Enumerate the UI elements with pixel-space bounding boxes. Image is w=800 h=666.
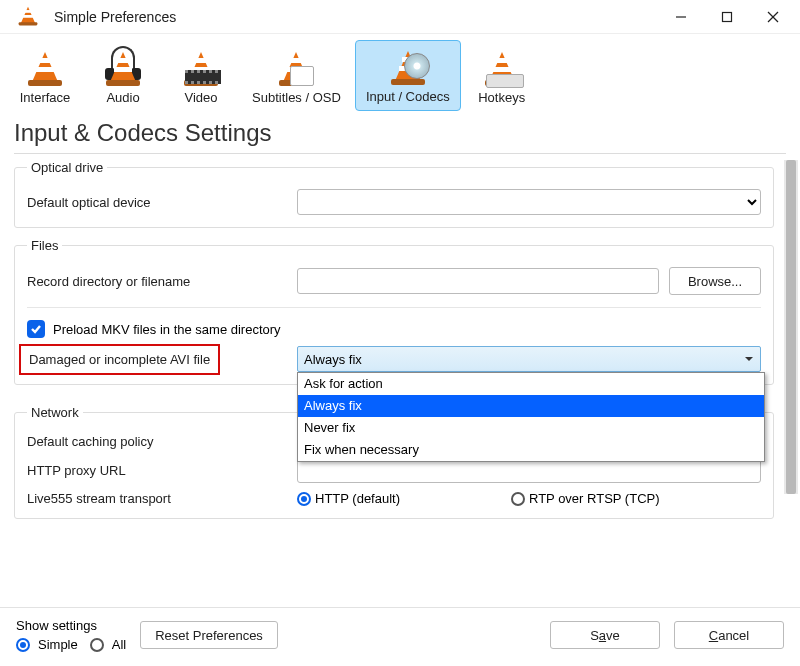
group-files-legend: Files xyxy=(27,238,62,253)
avi-option-when-necessary[interactable]: Fix when necessary xyxy=(298,439,764,461)
tab-input-codecs[interactable]: Input / Codecs xyxy=(355,40,461,111)
tab-video-label: Video xyxy=(184,90,217,105)
tab-hotkeys[interactable]: Hotkeys xyxy=(465,42,539,111)
tab-input-codecs-label: Input / Codecs xyxy=(366,89,450,104)
content-scrollbar[interactable] xyxy=(784,160,798,494)
proxy-label: HTTP proxy URL xyxy=(27,463,287,478)
maximize-button[interactable] xyxy=(704,0,750,34)
tab-interface[interactable]: Interface xyxy=(8,42,82,111)
page: Interface Audio Video Subtitles / OSD In… xyxy=(0,34,800,666)
live555-http-label: HTTP (default) xyxy=(315,491,400,506)
tab-audio-label: Audio xyxy=(106,90,139,105)
show-simple-label: Simple xyxy=(38,637,78,652)
avi-option-always[interactable]: Always fix xyxy=(298,395,764,417)
default-optical-combo[interactable] xyxy=(297,189,761,215)
prefs-tab-bar: Interface Audio Video Subtitles / OSD In… xyxy=(0,34,800,111)
cone-icon xyxy=(25,46,65,88)
show-simple-radio[interactable] xyxy=(16,638,30,652)
avi-option-never[interactable]: Never fix xyxy=(298,417,764,439)
live555-http-radio[interactable] xyxy=(297,492,311,506)
cone-headphones-icon xyxy=(103,46,143,88)
avi-combo-display[interactable]: Always fix xyxy=(297,346,761,372)
default-optical-label: Default optical device xyxy=(27,195,287,210)
save-button[interactable]: Save xyxy=(550,621,660,649)
group-network-legend: Network xyxy=(27,405,83,420)
preload-mkv-checkbox[interactable] xyxy=(27,320,45,338)
title-separator xyxy=(14,153,786,154)
close-button[interactable] xyxy=(750,0,796,34)
tab-hotkeys-label: Hotkeys xyxy=(478,90,525,105)
page-title: Input & Codecs Settings xyxy=(0,111,800,153)
caching-label: Default caching policy xyxy=(27,434,287,449)
reset-preferences-button[interactable]: Reset Preferences xyxy=(140,621,278,649)
cancel-button[interactable]: Cancel xyxy=(674,621,784,649)
group-files: Files Record directory or filename Brows… xyxy=(14,238,774,385)
cone-keyboard-icon xyxy=(482,46,522,88)
tab-video[interactable]: Video xyxy=(164,42,238,111)
live555-rtp-label: RTP over RTSP (TCP) xyxy=(529,491,660,506)
avi-label: Damaged or incomplete AVI file xyxy=(19,344,220,375)
avi-option-ask[interactable]: Ask for action xyxy=(298,373,764,395)
live555-rtp-radio[interactable] xyxy=(511,492,525,506)
preload-mkv-label: Preload MKV files in the same directory xyxy=(53,322,281,337)
group-optical-drive: Optical drive Default optical device xyxy=(14,160,774,228)
minimize-button[interactable] xyxy=(658,0,704,34)
group-optical-legend: Optical drive xyxy=(27,160,107,175)
record-dir-input[interactable] xyxy=(297,268,659,294)
show-all-radio[interactable] xyxy=(90,638,104,652)
tab-audio[interactable]: Audio xyxy=(86,42,160,111)
tab-subtitles-label: Subtitles / OSD xyxy=(252,90,341,105)
record-dir-label: Record directory or filename xyxy=(27,274,287,289)
browse-button[interactable]: Browse... xyxy=(669,267,761,295)
tab-interface-label: Interface xyxy=(20,90,71,105)
files-separator xyxy=(27,307,761,308)
avi-combo-list[interactable]: Ask for action Always fix Never fix Fix … xyxy=(297,372,765,462)
tab-subtitles[interactable]: Subtitles / OSD xyxy=(242,42,351,111)
svg-rect-1 xyxy=(723,12,732,21)
footer: Show settings Simple All Reset Preferenc… xyxy=(0,607,800,666)
titlebar: Simple Preferences xyxy=(0,0,800,34)
avi-combo-value: Always fix xyxy=(304,352,362,367)
scrollbar-thumb[interactable] xyxy=(786,160,796,494)
live555-label: Live555 stream transport xyxy=(27,491,287,506)
cone-film-icon xyxy=(181,46,221,88)
cone-sheet-icon xyxy=(276,46,316,88)
cone-disc-icon xyxy=(388,45,428,87)
show-all-label: All xyxy=(112,637,126,652)
avi-combo[interactable]: Always fix Ask for action Always fix Nev… xyxy=(297,346,761,372)
window-title: Simple Preferences xyxy=(54,9,658,25)
show-settings-label: Show settings xyxy=(16,618,126,633)
